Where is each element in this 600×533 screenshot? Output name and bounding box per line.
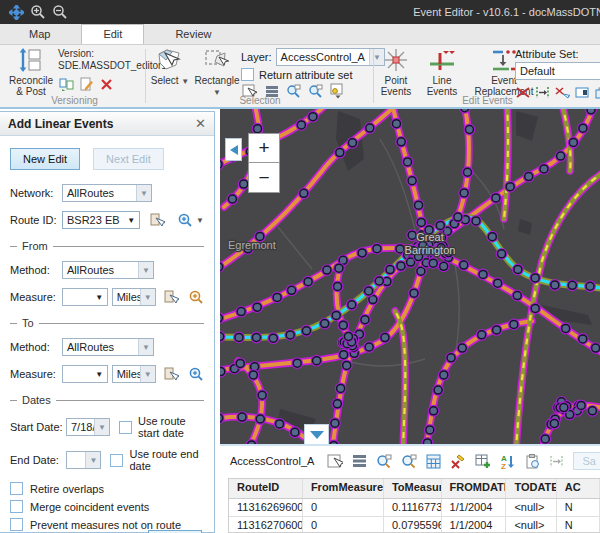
table-add-records-icon[interactable] bbox=[475, 453, 491, 469]
reconcile-post-button[interactable]: Reconcile & Post bbox=[6, 47, 56, 97]
pan-icon[interactable] bbox=[6, 3, 26, 21]
table-cell: <null> bbox=[506, 517, 556, 533]
select-button[interactable]: Select ▼ bbox=[149, 47, 191, 87]
table-cell: <null> bbox=[506, 499, 556, 516]
from-zoom-icon[interactable] bbox=[188, 289, 204, 305]
use-route-start-date-checkbox[interactable] bbox=[119, 421, 132, 434]
checkbox[interactable] bbox=[10, 500, 23, 513]
layer-label: Layer: bbox=[241, 51, 272, 63]
table-layer-name: AccessControl_A bbox=[230, 455, 314, 467]
table-show-selected-icon[interactable] bbox=[352, 453, 367, 469]
map-place-label: Egremont bbox=[228, 239, 276, 251]
rectangle-label: Rectangle bbox=[194, 75, 239, 86]
switch-version-icon[interactable] bbox=[58, 76, 75, 92]
map-place-label: Great bbox=[416, 231, 444, 243]
to-pick-measure-icon[interactable] bbox=[164, 366, 180, 382]
start-date-picker[interactable]: 7/18/▼ bbox=[66, 418, 110, 436]
table-measure-icon[interactable] bbox=[549, 453, 564, 469]
route-zoom-icon[interactable] bbox=[177, 212, 193, 228]
table-select-icon[interactable] bbox=[327, 453, 343, 469]
checkbox-label: Merge coincident events bbox=[30, 501, 149, 513]
tab-review[interactable]: Review bbox=[154, 24, 232, 44]
edit-events-group: Point Events Line Events Event Replaceme… bbox=[375, 45, 600, 107]
reconcile-post-icon bbox=[6, 47, 56, 73]
attribute-set-dropdown[interactable]: Default bbox=[515, 62, 600, 80]
to-measure-combo[interactable]: ▼ bbox=[62, 365, 108, 383]
edit-version-icon[interactable] bbox=[78, 76, 95, 92]
select-label: Select bbox=[151, 75, 179, 86]
from-measure-label: Measure: bbox=[10, 291, 62, 303]
tab-map[interactable]: Map bbox=[8, 24, 71, 44]
option-row: Retire overlaps bbox=[10, 482, 204, 495]
dates-legend: Dates bbox=[10, 394, 204, 406]
table-calculate-icon[interactable] bbox=[426, 453, 441, 469]
to-method-label: Method: bbox=[10, 341, 62, 353]
ribbon: Reconcile & Post Version: SDE.MASSDOT_ed… bbox=[0, 45, 600, 109]
column-header[interactable]: ToMeasure bbox=[384, 479, 442, 498]
table-sort-icon[interactable]: AZ bbox=[500, 453, 516, 469]
zoom-out-icon[interactable] bbox=[50, 3, 70, 21]
map-zoom-out-button[interactable]: − bbox=[248, 163, 280, 193]
layer-dropdown[interactable]: AccessControl_A▼ bbox=[276, 48, 385, 66]
checkbox[interactable] bbox=[10, 482, 23, 495]
table-cell: N bbox=[557, 499, 600, 516]
end-date-picker[interactable]: ▼ bbox=[66, 451, 101, 469]
tab-edit[interactable]: Edit bbox=[81, 24, 144, 44]
table-pan-to-selected-icon[interactable] bbox=[401, 453, 417, 469]
version-label: Version: bbox=[58, 48, 148, 60]
table-row[interactable]: 1131627060000.07955961/1/2004<null>N bbox=[229, 517, 600, 533]
rectangle-select-icon bbox=[193, 47, 241, 73]
table-zoom-to-selected-icon[interactable] bbox=[376, 453, 392, 469]
collapse-panel-button[interactable] bbox=[225, 138, 242, 161]
route-id-combo[interactable]: BSR23 EB▼ bbox=[62, 211, 140, 229]
map-zoom-in-button[interactable]: + bbox=[248, 133, 280, 163]
from-pick-measure-icon[interactable] bbox=[164, 289, 180, 305]
return-attribute-set-checkbox[interactable] bbox=[241, 68, 254, 81]
attribute-table-panel: AccessControl_A AZ Sa RouteIDFromMeasure… bbox=[220, 444, 600, 533]
end-date-label: End Date: bbox=[10, 454, 66, 466]
checkbox[interactable] bbox=[10, 518, 23, 531]
table-row[interactable]: 1131626960000.11167731/1/2004<null>N bbox=[229, 499, 600, 517]
use-route-end-date-checkbox[interactable] bbox=[110, 454, 123, 467]
next-edit-button[interactable]: Next Edit bbox=[93, 148, 164, 170]
save-button[interactable]: Sa bbox=[573, 452, 600, 470]
new-edit-button[interactable]: New Edit bbox=[10, 148, 80, 170]
to-zoom-icon[interactable] bbox=[188, 366, 204, 382]
column-header[interactable]: TODATE bbox=[506, 479, 556, 498]
from-measure-combo[interactable]: ▼ bbox=[62, 288, 108, 306]
close-icon[interactable]: ✕ bbox=[195, 116, 206, 131]
rectangle-select-button[interactable]: Rectangle ▼ bbox=[193, 47, 241, 98]
attribute-set-label: Attribute Set: bbox=[515, 48, 600, 60]
chevron-down-icon bbox=[310, 431, 324, 439]
table-attributes-icon[interactable] bbox=[525, 453, 540, 469]
to-unit-dropdown[interactable]: Miles▼ bbox=[112, 365, 156, 383]
route-zoom-caret-icon[interactable]: ▼ bbox=[196, 216, 204, 225]
from-legend: From bbox=[10, 240, 204, 252]
column-header[interactable]: FromMeasure bbox=[303, 479, 384, 498]
table-clear-selection-icon[interactable] bbox=[450, 453, 466, 469]
zoom-in-icon[interactable] bbox=[28, 3, 48, 21]
column-header[interactable]: FROMDATE bbox=[442, 479, 507, 498]
delete-version-icon[interactable] bbox=[98, 76, 115, 92]
use-route-start-date-label: Use route start date bbox=[138, 415, 204, 439]
network-dropdown[interactable]: AllRoutes▼ bbox=[62, 184, 152, 202]
map-canvas[interactable]: EgremontGreatBarrington + − bbox=[220, 109, 600, 444]
ribbon-tab-bar: MapEditReview bbox=[0, 24, 600, 45]
selection-group: Select ▼ Rectangle ▼ Layer: AccessContro… bbox=[147, 45, 373, 107]
map-place-label: Barrington bbox=[405, 244, 456, 256]
point-events-button[interactable]: Point Events bbox=[373, 47, 419, 97]
line-events-button[interactable]: Line Events bbox=[419, 47, 465, 97]
route-id-label: Route ID: bbox=[10, 214, 62, 226]
reconcile-post-label: Reconcile & Post bbox=[9, 75, 53, 97]
collapse-table-button[interactable] bbox=[304, 424, 329, 444]
column-header[interactable]: RouteID bbox=[229, 479, 303, 498]
chevron-left-icon bbox=[230, 145, 238, 155]
table-cell: 0 bbox=[303, 517, 384, 533]
column-header[interactable]: AC bbox=[557, 479, 600, 498]
from-unit-dropdown[interactable]: Miles▼ bbox=[112, 288, 156, 306]
select-route-on-map-icon[interactable] bbox=[150, 212, 165, 228]
to-method-dropdown[interactable]: AllRoutes▼ bbox=[62, 338, 154, 356]
from-method-dropdown[interactable]: AllRoutes▼ bbox=[62, 261, 154, 279]
start-date-label: Start Date: bbox=[10, 421, 66, 433]
attribute-table[interactable]: RouteIDFromMeasureToMeasureFROMDATETODAT… bbox=[228, 478, 600, 533]
